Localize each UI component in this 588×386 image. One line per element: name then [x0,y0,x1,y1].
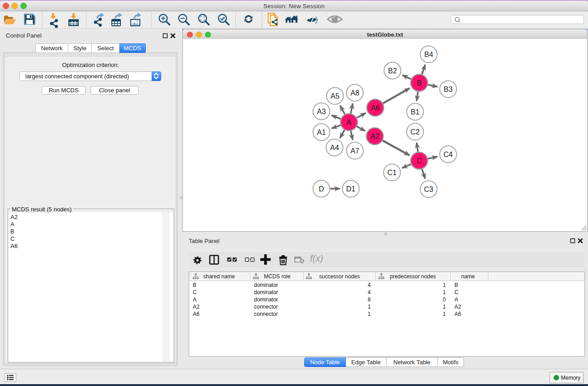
svg-text:A2: A2 [370,133,379,140]
svg-text:A8: A8 [350,89,359,97]
svg-text:B1: B1 [411,108,420,116]
svg-text:A1: A1 [317,129,326,136]
svg-text:C2: C2 [411,128,420,136]
svg-text:C4: C4 [444,151,453,158]
svg-text:A3: A3 [317,108,326,115]
svg-text:B4: B4 [424,51,433,58]
svg-text:Memory: Memory [561,375,580,381]
svg-text:C1: C1 [387,169,397,176]
svg-text:C3: C3 [424,186,434,193]
svg-text:A7: A7 [350,147,359,155]
svg-text:D: D [319,185,324,193]
svg-text:B: B [417,79,422,87]
svg-text:A5: A5 [330,92,339,100]
svg-text:B2: B2 [388,67,397,75]
svg-text:C: C [416,157,422,165]
svg-text:B3: B3 [444,86,453,93]
svg-text:f(x): f(x) [310,254,323,263]
svg-text:A6: A6 [371,104,380,112]
svg-text:D1: D1 [346,185,356,193]
svg-text:A4: A4 [330,144,339,152]
svg-text:A: A [347,119,352,126]
